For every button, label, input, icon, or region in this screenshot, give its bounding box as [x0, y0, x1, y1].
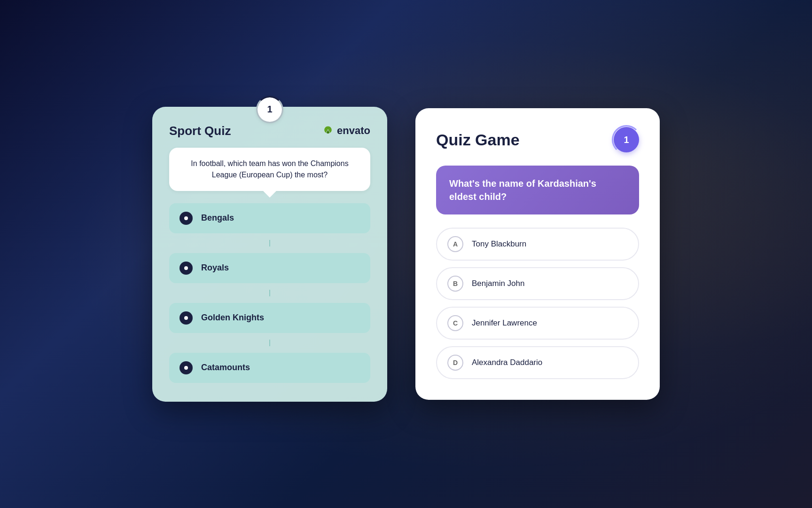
left-answer-b-label: Royals	[201, 263, 229, 273]
left-answer-c[interactable]: Golden Knights	[169, 303, 370, 333]
left-answer-a[interactable]: Bengals	[169, 203, 370, 233]
right-answer-c[interactable]: C Jennifer Lawrence	[436, 307, 639, 340]
right-question-bubble: What's the name of Kardashian's eldest c…	[436, 166, 639, 214]
right-answer-a-label: Tony Blackburn	[472, 239, 526, 249]
right-question-text: What's the name of Kardashian's eldest c…	[449, 177, 626, 203]
dot-icon-a	[180, 212, 193, 225]
dot-icon-c	[180, 311, 193, 325]
envato-text: envato	[337, 125, 370, 137]
left-timer-circle: 1	[258, 97, 282, 122]
right-answer-d[interactable]: D Alexandra Daddario	[436, 346, 639, 379]
right-card-header: Quiz Game 1	[436, 127, 639, 152]
connector-3	[269, 340, 270, 346]
right-answer-options: A Tony Blackburn B Benjamin John C Jenni…	[436, 228, 639, 379]
left-question-bubble: In football, which team has won the Cham…	[169, 148, 370, 191]
left-question-text: In football, which team has won the Cham…	[180, 158, 359, 181]
sport-quiz-card: Sport Quiz envato 1 In football, which t…	[152, 107, 387, 402]
dot-icon-b	[180, 262, 193, 275]
left-answer-d[interactable]: Catamounts	[169, 353, 370, 383]
letter-badge-c: C	[447, 315, 463, 331]
left-card-header: Sport Quiz envato	[169, 124, 370, 138]
connector-1	[269, 240, 270, 246]
sport-quiz-title: Sport Quiz	[169, 124, 231, 138]
right-answer-b-label: Benjamin John	[472, 279, 524, 288]
left-answer-c-label: Golden Knights	[201, 313, 264, 323]
right-timer-circle: 1	[614, 127, 639, 152]
left-answer-b[interactable]: Royals	[169, 253, 370, 283]
letter-badge-b: B	[447, 276, 463, 292]
right-answer-c-label: Jennifer Lawrence	[472, 318, 537, 328]
envato-logo: envato	[322, 125, 370, 137]
quiz-game-title: Quiz Game	[436, 131, 520, 149]
main-content: Sport Quiz envato 1 In football, which t…	[0, 0, 812, 508]
dot-icon-d	[180, 361, 193, 374]
connector-2	[269, 290, 270, 296]
left-timer-number: 1	[267, 104, 272, 115]
right-answer-d-label: Alexandra Daddario	[472, 358, 542, 367]
quiz-game-card: Quiz Game 1 What's the name of Kardashia…	[415, 108, 660, 400]
right-timer-number: 1	[624, 135, 629, 145]
letter-badge-d: D	[447, 355, 463, 371]
envato-leaf-icon	[322, 125, 334, 137]
letter-badge-a: A	[447, 236, 463, 252]
right-answer-b[interactable]: B Benjamin John	[436, 267, 639, 300]
left-answer-a-label: Bengals	[201, 213, 234, 223]
left-answer-options: Bengals Royals Golden Knights Catamounts	[169, 203, 370, 383]
left-answer-d-label: Catamounts	[201, 363, 250, 373]
right-answer-a[interactable]: A Tony Blackburn	[436, 228, 639, 261]
